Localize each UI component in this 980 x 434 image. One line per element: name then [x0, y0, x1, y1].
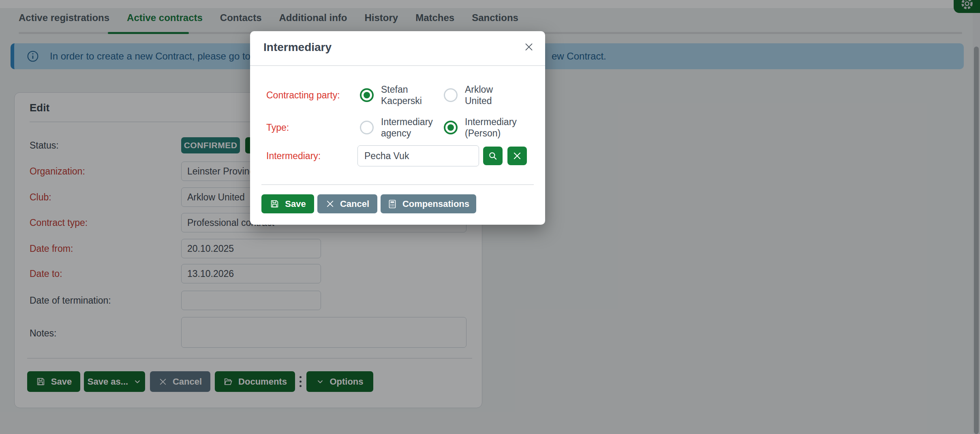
- save-icon: [270, 199, 280, 209]
- compensations-button-label: Compensations: [402, 199, 469, 209]
- radio-intermediary-person[interactable]: [444, 121, 458, 134]
- type-label: Type:: [266, 122, 289, 133]
- intermediary-search-button[interactable]: [483, 147, 503, 165]
- modal-cancel-button-label: Cancel: [340, 199, 369, 209]
- modal-cancel-button[interactable]: Cancel: [317, 194, 377, 213]
- close-icon: [512, 151, 522, 161]
- radio-stefan-kacperski-label[interactable]: Stefan Kacperski: [381, 84, 435, 106]
- modal-close-button[interactable]: [522, 41, 535, 54]
- close-icon: [523, 41, 535, 53]
- radio-stefan-kacperski[interactable]: [360, 88, 374, 102]
- modal-footer-divider: [261, 184, 534, 185]
- radio-arklow-united[interactable]: [444, 88, 458, 102]
- compensations-button[interactable]: Compensations: [381, 194, 476, 213]
- intermediary-input[interactable]: [357, 145, 479, 166]
- intermediary-modal: Intermediary Contracting party: Stefan K…: [250, 31, 545, 225]
- modal-header-divider: [250, 65, 545, 66]
- radio-intermediary-agency-label[interactable]: Intermediary agency: [381, 116, 435, 139]
- modal-title: Intermediary: [263, 41, 332, 54]
- radio-intermediary-person-label[interactable]: Intermediary (Person): [465, 116, 519, 139]
- modal-save-button-label: Save: [285, 199, 306, 209]
- calculator-icon: [387, 199, 397, 209]
- contracting-party-label: Contracting party:: [266, 90, 340, 101]
- radio-arklow-united-label[interactable]: Arklow United: [465, 84, 519, 106]
- intermediary-clear-button[interactable]: [507, 147, 527, 165]
- modal-save-button[interactable]: Save: [261, 194, 314, 213]
- radio-intermediary-agency[interactable]: [360, 121, 374, 134]
- intermediary-label: Intermediary:: [266, 151, 321, 162]
- search-icon: [488, 151, 498, 161]
- close-icon: [325, 199, 335, 208]
